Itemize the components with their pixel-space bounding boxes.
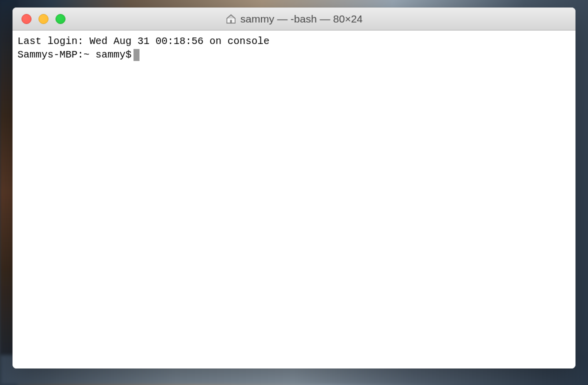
terminal-window: sammy — -bash — 80×24 Last login: Wed Au…	[12, 8, 576, 368]
window-title: sammy — -bash — 80×24	[12, 13, 576, 25]
window-title-text: sammy — -bash — 80×24	[240, 13, 363, 25]
terminal-content[interactable]: Last login: Wed Aug 31 00:18:56 on conso…	[12, 30, 576, 368]
zoom-button[interactable]	[56, 14, 66, 24]
window-titlebar[interactable]: sammy — -bash — 80×24	[12, 8, 576, 30]
svg-rect-0	[230, 20, 232, 22]
traffic-lights	[12, 14, 66, 24]
close-button[interactable]	[22, 14, 32, 24]
minimize-button[interactable]	[38, 14, 48, 24]
home-icon	[226, 14, 236, 24]
cursor	[134, 49, 140, 61]
prompt-line: Sammys-MBP:~ sammy$	[18, 48, 570, 62]
shell-prompt: Sammys-MBP:~ sammy$	[18, 48, 132, 62]
last-login-line: Last login: Wed Aug 31 00:18:56 on conso…	[18, 34, 570, 48]
